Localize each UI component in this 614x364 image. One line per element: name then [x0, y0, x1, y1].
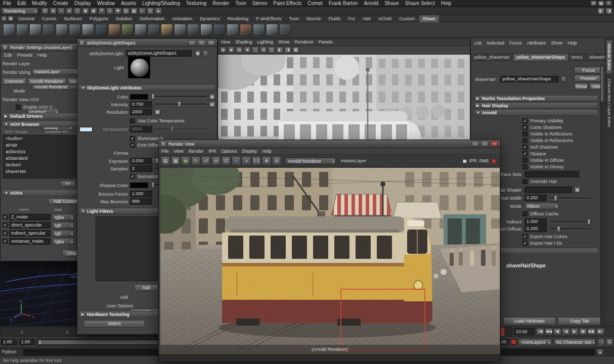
snapshot-icon[interactable]: ◎ [211, 156, 221, 165]
step-back-frame-button[interactable]: ◀◀ [545, 328, 553, 335]
make-live-icon[interactable]: ◉ [90, 8, 97, 15]
viewport-menu-item[interactable]: Shading [233, 39, 254, 46]
auto-keyframe-icon[interactable]: ● [598, 339, 605, 346]
shelf-icon[interactable] [135, 24, 147, 36]
aov-name-field[interactable]: ventanas_matte [9, 238, 51, 245]
render-settings-titlebar[interactable]: Render Settings (masterLayer) [1, 43, 85, 52]
pixel-width-slider[interactable] [550, 198, 591, 199]
lock-attribute-icon[interactable]: ▣ [195, 50, 201, 57]
shelf-icon[interactable] [161, 24, 173, 36]
shelf-icon[interactable] [240, 24, 252, 36]
indirect-field[interactable]: 1.000 [524, 218, 547, 225]
render-view-menu-item[interactable]: Options [218, 148, 239, 155]
resolution-field[interactable]: 2000 [130, 109, 152, 115]
skydome-attributes-section[interactable]: ▼SkyDomeLight Attributes [79, 84, 215, 91]
aov-enabled-checkbox[interactable]: ✓ [3, 231, 8, 236]
focus-button[interactable]: Focus [574, 67, 603, 74]
render-view-menu-item[interactable]: File [159, 148, 171, 155]
ipr-render-icon[interactable]: ◉ [181, 156, 190, 165]
shelf-icon[interactable] [56, 24, 68, 36]
attribute-editor-tab[interactable]: yellow_shaveHair [471, 54, 513, 61]
shelf-tab[interactable]: Curves [38, 15, 61, 22]
menubar-item[interactable]: Window [94, 0, 118, 7]
viewport-menu-item[interactable]: Renderer [292, 39, 316, 46]
checkbox[interactable]: ✓ [522, 151, 528, 156]
redo-render-icon[interactable]: ↻ [191, 156, 200, 165]
shelf-tab[interactable]: Fur [345, 15, 360, 22]
illuminates-checkbox[interactable]: ✓ [130, 136, 135, 141]
panel-toggle-icon[interactable]: ▦ [598, 1, 604, 6]
menubar-item[interactable]: Assets [118, 0, 139, 7]
shelf-icon[interactable] [213, 24, 226, 36]
shadow-color-swatch[interactable] [130, 183, 148, 188]
aov-name-field[interactable]: direct_specular [9, 222, 51, 229]
hair-shader-field[interactable] [524, 187, 572, 193]
lock-camera-icon[interactable]: ◉ [228, 47, 235, 54]
aov-enabled-checkbox[interactable]: ✓ [3, 239, 8, 244]
shelf-icon[interactable] [108, 24, 120, 36]
remove-image-icon[interactable]: ⊖ [272, 156, 281, 165]
normalize-checkbox[interactable]: ✓ [130, 174, 135, 179]
hypershade-icon[interactable]: ▲ [155, 8, 162, 15]
ipr-stop-indicator[interactable] [492, 159, 496, 163]
shelf-tab[interactable]: General [15, 15, 38, 22]
override-hair-checkbox[interactable] [522, 179, 528, 184]
aov-data-dropdown[interactable]: rgb [52, 222, 74, 229]
anim-layer-color-swatch[interactable] [511, 339, 516, 345]
animation-start-field[interactable]: 1.00 [1, 339, 17, 345]
render-settings-menu-item[interactable]: Help [35, 52, 50, 59]
menu-set-selector[interactable]: Rendering [2, 8, 38, 14]
aov-data-dropdown[interactable]: rgba [52, 214, 74, 220]
shelf-tab[interactable]: Surfaces [61, 15, 86, 22]
hide-ui-elements-icon[interactable]: ◨ [605, 8, 612, 15]
step-forward-key-button[interactable]: |▶ [579, 328, 587, 335]
checkbox[interactable] [522, 158, 528, 163]
checkbox[interactable]: ✓ [522, 145, 528, 150]
aov-group-item[interactable]: shaveHair [3, 168, 83, 175]
presets-button[interactable]: Presets* [574, 75, 603, 82]
checkbox[interactable] [522, 164, 528, 169]
command-history-button[interactable]: ▴ [597, 349, 603, 355]
minimize-button[interactable]: – [471, 141, 479, 147]
shelf-tab[interactable]: Muscle [303, 15, 325, 22]
aov-data-dropdown[interactable]: rgb [52, 230, 74, 237]
render-settings-menu-item[interactable]: Edit [2, 52, 15, 59]
bookmarks-icon[interactable]: ◈ [244, 47, 251, 54]
close-button[interactable]: × [491, 141, 498, 147]
load-attributes-button[interactable]: Load Attributes [503, 317, 556, 325]
shelf-tab[interactable]: Hair [359, 15, 375, 22]
render-region-icon[interactable]: ⊡ [222, 156, 231, 165]
attribute-editor-tab[interactable]: yellow_shaveHairShape [513, 54, 569, 61]
render-view-image-area[interactable]: (Arnold Renderer) [160, 168, 500, 354]
select-button[interactable]: Select [83, 320, 145, 328]
use-color-temperature-checkbox[interactable] [130, 118, 135, 123]
diffuse-cache-checkbox[interactable] [522, 211, 528, 216]
default-drivers-section[interactable]: ▶Default Drivers [2, 113, 84, 119]
shelf-icon[interactable] [121, 24, 134, 36]
aov-groups-list[interactable]: <builtin>aiHairaiSkinSssaiStandardlamber… [3, 135, 83, 178]
aov-group-item[interactable]: <builtin> [3, 135, 83, 142]
render-settings-tab[interactable]: Common [2, 78, 27, 85]
shelf-icon[interactable] [187, 24, 199, 36]
menubar-item[interactable]: Paint Effects [270, 0, 304, 7]
shelf-tab[interactable]: Dynamics [196, 15, 224, 22]
play-backwards-button[interactable]: ◀ [562, 328, 570, 335]
shelf-tab[interactable]: Animation [168, 15, 196, 22]
menubar-item[interactable]: Modify [29, 0, 50, 7]
viewport-menu-item[interactable]: Lighting [254, 39, 276, 46]
attribute-section-header[interactable]: ▼Arnold [474, 109, 598, 116]
zoom-1-1-button[interactable]: 1:1 [252, 156, 261, 165]
render-settings-icon[interactable]: ☰ [147, 8, 154, 15]
shelf-tab[interactable]: P aintEffects [252, 15, 285, 22]
menubar-item[interactable]: Lighting/Shading [139, 0, 183, 7]
command-language-label[interactable]: Python [2, 349, 21, 354]
shelf-icon[interactable] [82, 24, 94, 36]
renderer-dropdown[interactable]: Arnold Renderer [285, 158, 336, 164]
play-forward-button[interactable]: ▶ [571, 328, 579, 335]
shelf-tab[interactable]: Rendering [224, 15, 253, 22]
step-back-key-button[interactable]: ◀| [553, 328, 561, 335]
shelf-gear-icon[interactable]: ✱ [8, 16, 14, 22]
shelf-icon[interactable] [279, 24, 291, 36]
aov-name-field[interactable]: Z_matte [9, 214, 51, 220]
intensity-slider[interactable] [155, 104, 207, 105]
